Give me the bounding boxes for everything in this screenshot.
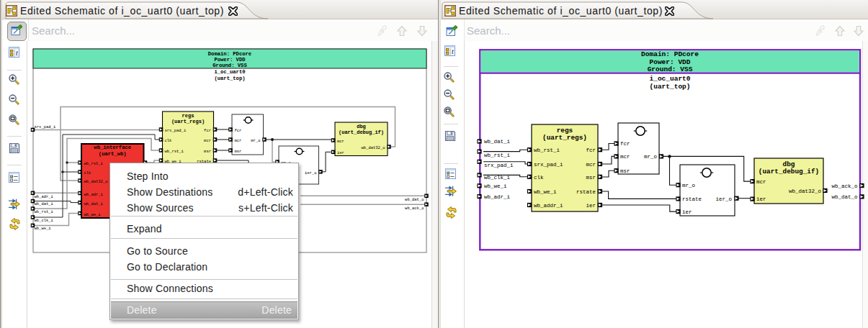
svg-text:wb_dat32_o: wb_dat32_o [84, 179, 108, 184]
svg-text:ier_o: ier_o [715, 196, 732, 202]
svg-text:srx_pad_i: srx_pad_i [35, 124, 56, 129]
svg-text:wb_clk_i: wb_clk_i [484, 175, 511, 181]
svg-text:wb_adr_i: wb_adr_i [484, 194, 511, 200]
svg-text:i_oc_uart0: i_oc_uart0 [649, 75, 690, 83]
svg-text:ier: ier [682, 209, 692, 215]
svg-text:wb_rst_i: wb_rst_i [484, 152, 511, 158]
svg-text:srx_pad_i: srx_pad_i [484, 163, 514, 168]
svg-text:wb_addr_i: wb_addr_i [534, 203, 563, 209]
svg-text:wb_dat_i: wb_dat_i [84, 201, 104, 206]
svg-text:wb_dat_i: wb_dat_i [484, 139, 511, 145]
svg-text:wb_ack_o: wb_ack_o [831, 183, 858, 189]
svg-text:Ground: VSS: Ground: VSS [212, 63, 247, 68]
svg-text:clk: clk [534, 175, 544, 181]
svg-text:mr_o: mr_o [644, 154, 658, 160]
svg-text:mcr: mcr [204, 138, 211, 143]
svg-text:ier_o: ier_o [305, 170, 317, 176]
svg-text:regs: regs [557, 127, 573, 135]
svg-text:wb_we_i: wb_we_i [484, 183, 507, 189]
svg-text:wb_clk_i: wb_clk_i [35, 218, 54, 223]
svg-text:fcr: fcr [586, 147, 596, 153]
svg-text:wb_adr_i: wb_adr_i [84, 192, 104, 197]
svg-text:ier: ier [586, 203, 596, 209]
svg-text:(uart_regs): (uart_regs) [171, 119, 205, 124]
svg-text:wb_we_i: wb_we_i [534, 189, 557, 195]
svg-text:wb_adr_i: wb_adr_i [35, 194, 54, 199]
svg-text:wb_rst_i: wb_rst_i [84, 161, 104, 166]
svg-text:fcr: fcr [620, 141, 630, 147]
svg-text:srx_pad_i: srx_pad_i [534, 162, 563, 168]
svg-text:mcr: mcr [586, 162, 596, 168]
svg-text:wb_dat_o: wb_dat_o [405, 197, 424, 202]
svg-text:mr_o: mr_o [682, 183, 696, 188]
svg-text:wb_we_i: wb_we_i [35, 226, 52, 231]
svg-text:mcr: mcr [756, 179, 766, 185]
svg-text:(uart_debug_if): (uart_debug_if) [759, 168, 819, 176]
svg-text:fcr: fcr [235, 128, 242, 133]
svg-text:(uart_debug_if): (uart_debug_if) [339, 129, 384, 135]
svg-text:(uart_top): (uart_top) [649, 83, 690, 91]
svg-text:wb_dat32_o: wb_dat32_o [789, 188, 822, 194]
svg-text:msr: msr [204, 149, 211, 154]
svg-text:msr: msr [586, 175, 596, 181]
svg-text:(uart_regs): (uart_regs) [542, 134, 587, 142]
svg-text:msr: msr [620, 168, 630, 174]
svg-text:regs: regs [182, 113, 194, 119]
svg-text:rstate: rstate [576, 189, 596, 195]
svg-text:Ground: VSS: Ground: VSS [648, 65, 693, 73]
svg-text:i_oc_uart0: i_oc_uart0 [214, 69, 245, 75]
svg-text:msr: msr [235, 149, 242, 154]
svg-text:Power: VDD: Power: VDD [214, 57, 246, 63]
svg-text:(uart_wb): (uart_wb) [99, 151, 127, 157]
svg-text:wb_interface: wb_interface [94, 145, 131, 150]
svg-text:dbg: dbg [357, 124, 366, 129]
svg-text:wb_rst_i: wb_rst_i [165, 149, 184, 154]
svg-text:wb_dat32_o: wb_dat32_o [361, 145, 385, 150]
svg-text:wb_rst_i: wb_rst_i [534, 147, 560, 153]
svg-text:wb_dat_o: wb_dat_o [831, 194, 858, 200]
svg-text:ier: ier [337, 150, 344, 155]
svg-text:wb_dat_i: wb_dat_i [35, 201, 54, 206]
svg-text:wb_ack_o: wb_ack_o [405, 206, 424, 211]
svg-text:dbg: dbg [783, 160, 795, 168]
svg-text:wb_rst_i: wb_rst_i [35, 209, 54, 214]
svg-text:mcr: mcr [620, 154, 630, 160]
svg-text:srx_pad_i: srx_pad_i [165, 128, 187, 133]
svg-text:rstate: rstate [682, 196, 702, 202]
svg-text:ier: ier [756, 196, 766, 202]
svg-text:mcr: mcr [337, 139, 344, 144]
svg-text:wb_we_i: wb_we_i [84, 212, 102, 217]
svg-text:(uart_top): (uart_top) [214, 76, 245, 81]
svg-text:clk: clk [165, 138, 173, 143]
svg-text:clk: clk [84, 170, 92, 176]
svg-text:mcr: mcr [235, 138, 242, 143]
svg-text:Domain: PDcore: Domain: PDcore [208, 51, 251, 57]
svg-text:fcr: fcr [204, 128, 211, 133]
svg-text:mr_o: mr_o [251, 138, 260, 143]
